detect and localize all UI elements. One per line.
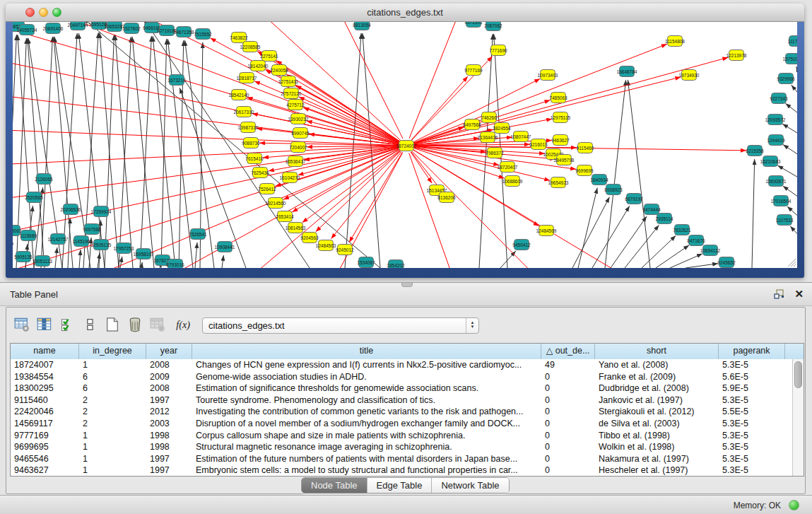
graph-node[interactable]: 7625436 bbox=[251, 168, 269, 178]
graph-edge[interactable] bbox=[13, 22, 399, 143]
graph-node[interactable]: 1534087 bbox=[357, 257, 375, 268]
graph-edge[interactable] bbox=[161, 39, 167, 268]
graph-node[interactable]: 3824554 bbox=[493, 123, 511, 134]
column-header-name[interactable]: name bbox=[11, 344, 79, 359]
splitter-handle[interactable] bbox=[401, 283, 413, 287]
network-canvas[interactable]: 9085211140557242069140620497144169512861… bbox=[13, 22, 797, 268]
graph-node[interactable]: 6216013 bbox=[529, 139, 548, 150]
graph-node[interactable]: 12751411 bbox=[278, 76, 299, 87]
graph-node[interactable]: 19654923 bbox=[548, 177, 569, 188]
graph-node[interactable]: 7986372 bbox=[486, 148, 504, 158]
graph-edge[interactable] bbox=[299, 97, 399, 142]
graph-node[interactable]: 21364436 bbox=[478, 132, 498, 143]
graph-edge[interactable] bbox=[413, 44, 667, 143]
graph-node[interactable]: 15051113 bbox=[33, 256, 52, 267]
graph-node[interactable]: 15692871 bbox=[766, 176, 787, 187]
graph-edge[interactable] bbox=[414, 77, 681, 144]
graph-edge[interactable] bbox=[796, 66, 797, 77]
graph-node[interactable]: 13987310 bbox=[238, 122, 259, 133]
graph-node[interactable]: 16958107 bbox=[134, 249, 154, 259]
table-row[interactable]: 911546021997Tourette syndrome. Phenomeno… bbox=[11, 395, 793, 407]
graph-node[interactable]: 12093572 bbox=[765, 115, 786, 125]
graph-node[interactable]: 20617310 bbox=[234, 107, 254, 117]
graph-node[interactable]: 1117203 bbox=[788, 36, 797, 47]
graph-node[interactable]: 9115460 bbox=[577, 143, 594, 153]
graph-node[interactable]: 16210643 bbox=[760, 156, 781, 167]
graph-edge[interactable] bbox=[409, 22, 472, 139]
graph-edge[interactable] bbox=[783, 145, 797, 156]
graph-edge[interactable] bbox=[785, 103, 797, 115]
graph-edge[interactable] bbox=[572, 197, 609, 268]
graph-node[interactable]: 7526412 bbox=[258, 184, 276, 194]
table-row[interactable]: 977716911998Corpus callosum shape and si… bbox=[11, 430, 793, 442]
graph-node[interactable]: 7526541 bbox=[189, 229, 207, 240]
graph-node[interactable]: 8471676 bbox=[687, 235, 705, 246]
graph-edge[interactable] bbox=[143, 22, 310, 268]
table-row[interactable]: 1456911722003Disruption of a novel membe… bbox=[11, 418, 793, 430]
close-window-icon[interactable] bbox=[25, 8, 35, 17]
graph-node[interactable]: 2087082 bbox=[484, 22, 502, 31]
column-header-pagerank[interactable]: pagerank bbox=[719, 344, 785, 359]
graph-edge[interactable] bbox=[180, 88, 246, 268]
graph-node[interactable]: 7485063 bbox=[549, 93, 567, 103]
graph-node[interactable]: 8793016 bbox=[166, 259, 184, 269]
graph-node[interactable]: 7515552 bbox=[194, 29, 212, 40]
graph-node[interactable]: 7632621 bbox=[673, 225, 691, 235]
delete-table-disabled-icon[interactable] bbox=[149, 315, 167, 334]
delete-icon[interactable] bbox=[126, 315, 145, 334]
graph-node[interactable]: 9329966 bbox=[777, 74, 795, 84]
graph-edge[interactable] bbox=[105, 35, 114, 268]
graph-edge[interactable] bbox=[13, 146, 399, 206]
graph-node[interactable]: 12975115 bbox=[551, 112, 571, 123]
graph-edge[interactable] bbox=[79, 250, 81, 268]
graph-node[interactable]: 16648784 bbox=[617, 66, 637, 77]
close-panel-icon[interactable]: ✕ bbox=[794, 287, 804, 301]
graph-node[interactable]: 746266 bbox=[481, 112, 497, 123]
graph-edge[interactable] bbox=[752, 159, 755, 268]
graph-edge[interactable] bbox=[412, 151, 564, 268]
column-header-short[interactable]: short bbox=[595, 344, 719, 359]
graph-node[interactable]: 14671358 bbox=[174, 27, 194, 37]
function-builder-icon[interactable]: f(x) bbox=[174, 315, 192, 334]
table-row[interactable]: 1830029562008Estimation of significance … bbox=[11, 382, 793, 395]
graph-edge[interactable] bbox=[254, 81, 399, 143]
graph-node[interactable]: 1107533 bbox=[776, 215, 794, 226]
graph-node[interactable]: 17359924 bbox=[91, 206, 112, 217]
graph-node[interactable]: 8136200 bbox=[437, 192, 456, 203]
column-header-out_de[interactable]: △ out_de... bbox=[541, 344, 595, 359]
graph-node[interactable]: 16536417 bbox=[286, 156, 306, 167]
graph-node[interactable]: 20497144 bbox=[68, 22, 88, 30]
selection-mode-icon[interactable] bbox=[59, 315, 78, 334]
graph-node[interactable]: 1145190 bbox=[73, 236, 90, 247]
graph-node[interactable]: 10814563 bbox=[286, 223, 306, 233]
table-row[interactable]: 2242004622012Investigating the contribut… bbox=[11, 406, 793, 418]
graph-node[interactable]: 10973493 bbox=[538, 70, 558, 81]
graph-node[interactable]: 9227343 bbox=[770, 93, 788, 104]
graph-node[interactable]: 9699695 bbox=[575, 165, 594, 176]
graph-node[interactable]: 9245012 bbox=[336, 245, 354, 255]
graph-node[interactable]: 10807447 bbox=[511, 132, 531, 142]
graph-edge[interactable] bbox=[132, 37, 154, 268]
graph-edge[interactable] bbox=[317, 22, 403, 139]
row-layout-icon[interactable] bbox=[82, 315, 100, 334]
graph-edge[interactable] bbox=[141, 262, 142, 268]
graph-edge[interactable] bbox=[656, 245, 689, 268]
graph-node[interactable]: 13930212 bbox=[288, 114, 309, 124]
graph-node[interactable]: 18142040 bbox=[248, 61, 269, 71]
graph-node[interactable]: 1854202 bbox=[387, 260, 405, 269]
graph-edge[interactable] bbox=[792, 85, 797, 96]
graph-edge[interactable] bbox=[302, 151, 401, 223]
graph-node[interactable]: 6497568 bbox=[463, 119, 481, 130]
zoom-window-icon[interactable] bbox=[52, 8, 61, 17]
graph-node[interactable]: 18724007 bbox=[396, 141, 417, 151]
graph-node[interactable]: 9088730 bbox=[242, 138, 260, 148]
graph-node[interactable]: 18542140 bbox=[229, 90, 249, 100]
graph-node[interactable]: 5905135 bbox=[14, 252, 33, 262]
graph-node[interactable]: 12142757 bbox=[48, 234, 69, 245]
graph-node[interactable]: 8813054 bbox=[353, 22, 371, 30]
table-row[interactable]: 946554611997Estimation of the future num… bbox=[11, 453, 793, 465]
graph-node[interactable]: 2240058 bbox=[270, 65, 288, 76]
graph-edge[interactable] bbox=[349, 152, 402, 242]
graph-edge[interactable] bbox=[686, 264, 718, 268]
graph-edge[interactable] bbox=[578, 188, 597, 268]
